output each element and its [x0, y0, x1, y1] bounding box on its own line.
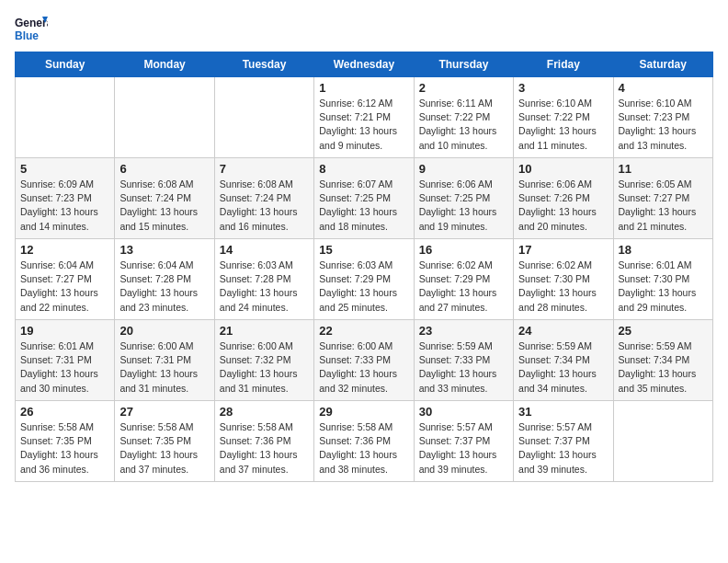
calendar-table: SundayMondayTuesdayWednesdayThursdayFrid…: [15, 52, 713, 482]
day-number: 17: [518, 243, 608, 257]
day-info: Sunrise: 6:03 AMSunset: 7:29 PMDaylight:…: [319, 259, 408, 315]
day-number: 16: [419, 243, 508, 257]
weekday-header-row: SundayMondayTuesdayWednesdayThursdayFrid…: [16, 52, 713, 77]
day-number: 29: [319, 405, 408, 419]
day-number: 22: [319, 324, 408, 338]
day-number: 28: [220, 405, 309, 419]
day-number: 25: [619, 324, 708, 338]
calendar-cell: [214, 77, 313, 158]
weekday-header: Saturday: [613, 52, 712, 77]
day-number: 5: [20, 162, 109, 176]
day-info: Sunrise: 6:12 AMSunset: 7:21 PMDaylight:…: [319, 97, 408, 153]
day-info: Sunrise: 6:04 AMSunset: 7:27 PMDaylight:…: [20, 259, 109, 315]
day-info: Sunrise: 6:06 AMSunset: 7:26 PMDaylight:…: [518, 178, 608, 234]
day-info: Sunrise: 6:01 AMSunset: 7:31 PMDaylight:…: [20, 339, 109, 396]
page-header: General Blue: [15, 15, 713, 42]
day-info: Sunrise: 6:01 AMSunset: 7:30 PMDaylight:…: [619, 259, 708, 315]
day-number: 4: [619, 81, 708, 95]
day-number: 12: [20, 243, 109, 257]
calendar-cell: [115, 77, 214, 158]
day-number: 11: [619, 162, 708, 176]
day-number: 7: [220, 162, 309, 176]
day-number: 23: [419, 324, 508, 338]
calendar-week-row: 5Sunrise: 6:09 AMSunset: 7:23 PMDaylight…: [16, 158, 713, 239]
logo-svg: General Blue: [15, 15, 48, 42]
calendar-cell: 13Sunrise: 6:04 AMSunset: 7:28 PMDayligh…: [115, 239, 214, 320]
calendar-cell: 15Sunrise: 6:03 AMSunset: 7:29 PMDayligh…: [314, 239, 414, 320]
calendar-cell: 7Sunrise: 6:08 AMSunset: 7:24 PMDaylight…: [214, 158, 313, 239]
day-info: Sunrise: 5:59 AMSunset: 7:33 PMDaylight:…: [419, 339, 508, 396]
calendar-cell: 6Sunrise: 6:08 AMSunset: 7:24 PMDaylight…: [115, 158, 214, 239]
weekday-header: Friday: [514, 52, 613, 77]
weekday-header: Tuesday: [214, 52, 313, 77]
day-info: Sunrise: 5:59 AMSunset: 7:34 PMDaylight:…: [518, 339, 608, 396]
calendar-cell: 22Sunrise: 6:00 AMSunset: 7:33 PMDayligh…: [314, 320, 414, 401]
day-info: Sunrise: 5:58 AMSunset: 7:35 PMDaylight:…: [119, 420, 209, 477]
calendar-cell: 19Sunrise: 6:01 AMSunset: 7:31 PMDayligh…: [16, 320, 115, 401]
calendar-cell: 4Sunrise: 6:10 AMSunset: 7:23 PMDaylight…: [613, 77, 712, 158]
day-info: Sunrise: 6:09 AMSunset: 7:23 PMDaylight:…: [20, 178, 109, 234]
calendar-cell: 5Sunrise: 6:09 AMSunset: 7:23 PMDaylight…: [16, 158, 115, 239]
calendar-week-row: 1Sunrise: 6:12 AMSunset: 7:21 PMDaylight…: [16, 77, 713, 158]
calendar-cell: 25Sunrise: 5:59 AMSunset: 7:34 PMDayligh…: [613, 320, 712, 401]
calendar-week-row: 19Sunrise: 6:01 AMSunset: 7:31 PMDayligh…: [16, 320, 713, 401]
calendar-cell: 26Sunrise: 5:58 AMSunset: 7:35 PMDayligh…: [16, 401, 115, 482]
day-info: Sunrise: 6:11 AMSunset: 7:22 PMDaylight:…: [419, 97, 508, 153]
day-info: Sunrise: 6:00 AMSunset: 7:32 PMDaylight:…: [220, 339, 309, 396]
logo: General Blue: [15, 15, 48, 42]
day-number: 15: [319, 243, 408, 257]
weekday-header: Thursday: [414, 52, 513, 77]
day-info: Sunrise: 6:06 AMSunset: 7:25 PMDaylight:…: [419, 178, 508, 234]
calendar-cell: 30Sunrise: 5:57 AMSunset: 7:37 PMDayligh…: [414, 401, 513, 482]
day-number: 1: [319, 81, 408, 95]
calendar-cell: 29Sunrise: 5:58 AMSunset: 7:36 PMDayligh…: [314, 401, 414, 482]
calendar-cell: [16, 77, 115, 158]
day-info: Sunrise: 6:04 AMSunset: 7:28 PMDaylight:…: [119, 259, 209, 315]
day-number: 13: [119, 243, 209, 257]
day-info: Sunrise: 5:58 AMSunset: 7:36 PMDaylight:…: [319, 420, 408, 477]
weekday-header: Monday: [115, 52, 214, 77]
day-info: Sunrise: 6:10 AMSunset: 7:22 PMDaylight:…: [518, 97, 608, 153]
calendar-cell: 27Sunrise: 5:58 AMSunset: 7:35 PMDayligh…: [115, 401, 214, 482]
day-number: 18: [619, 243, 708, 257]
day-number: 6: [119, 162, 209, 176]
day-number: 2: [419, 81, 508, 95]
day-number: 19: [20, 324, 109, 338]
day-info: Sunrise: 6:02 AMSunset: 7:29 PMDaylight:…: [419, 259, 508, 315]
weekday-header: Sunday: [16, 52, 115, 77]
calendar-cell: 24Sunrise: 5:59 AMSunset: 7:34 PMDayligh…: [514, 320, 613, 401]
svg-text:Blue: Blue: [15, 29, 39, 42]
day-info: Sunrise: 6:08 AMSunset: 7:24 PMDaylight:…: [119, 178, 209, 234]
calendar-cell: 14Sunrise: 6:03 AMSunset: 7:28 PMDayligh…: [214, 239, 313, 320]
calendar-week-row: 12Sunrise: 6:04 AMSunset: 7:27 PMDayligh…: [16, 239, 713, 320]
calendar-cell: 31Sunrise: 5:57 AMSunset: 7:37 PMDayligh…: [514, 401, 613, 482]
day-info: Sunrise: 5:57 AMSunset: 7:37 PMDaylight:…: [419, 420, 508, 477]
day-info: Sunrise: 6:10 AMSunset: 7:23 PMDaylight:…: [619, 97, 708, 153]
day-number: 10: [518, 162, 608, 176]
calendar-cell: 3Sunrise: 6:10 AMSunset: 7:22 PMDaylight…: [514, 77, 613, 158]
day-number: 20: [119, 324, 209, 338]
day-number: 31: [518, 405, 608, 419]
calendar-cell: 1Sunrise: 6:12 AMSunset: 7:21 PMDaylight…: [314, 77, 414, 158]
day-number: 30: [419, 405, 508, 419]
calendar-cell: 10Sunrise: 6:06 AMSunset: 7:26 PMDayligh…: [514, 158, 613, 239]
svg-text:General: General: [15, 17, 48, 29]
day-info: Sunrise: 5:58 AMSunset: 7:35 PMDaylight:…: [20, 420, 109, 477]
day-number: 27: [119, 405, 209, 419]
calendar-week-row: 26Sunrise: 5:58 AMSunset: 7:35 PMDayligh…: [16, 401, 713, 482]
day-info: Sunrise: 6:08 AMSunset: 7:24 PMDaylight:…: [220, 178, 309, 234]
day-info: Sunrise: 6:00 AMSunset: 7:31 PMDaylight:…: [119, 339, 209, 396]
day-info: Sunrise: 5:58 AMSunset: 7:36 PMDaylight:…: [220, 420, 309, 477]
calendar-cell: 12Sunrise: 6:04 AMSunset: 7:27 PMDayligh…: [16, 239, 115, 320]
calendar-cell: 11Sunrise: 6:05 AMSunset: 7:27 PMDayligh…: [613, 158, 712, 239]
calendar-cell: 8Sunrise: 6:07 AMSunset: 7:25 PMDaylight…: [314, 158, 414, 239]
calendar-cell: 21Sunrise: 6:00 AMSunset: 7:32 PMDayligh…: [214, 320, 313, 401]
day-info: Sunrise: 6:07 AMSunset: 7:25 PMDaylight:…: [319, 178, 408, 234]
calendar-cell: 28Sunrise: 5:58 AMSunset: 7:36 PMDayligh…: [214, 401, 313, 482]
calendar-cell: 20Sunrise: 6:00 AMSunset: 7:31 PMDayligh…: [115, 320, 214, 401]
calendar-cell: [613, 401, 712, 482]
day-info: Sunrise: 5:57 AMSunset: 7:37 PMDaylight:…: [518, 420, 608, 477]
calendar-cell: 17Sunrise: 6:02 AMSunset: 7:30 PMDayligh…: [514, 239, 613, 320]
calendar-cell: 18Sunrise: 6:01 AMSunset: 7:30 PMDayligh…: [613, 239, 712, 320]
calendar-cell: 9Sunrise: 6:06 AMSunset: 7:25 PMDaylight…: [414, 158, 513, 239]
